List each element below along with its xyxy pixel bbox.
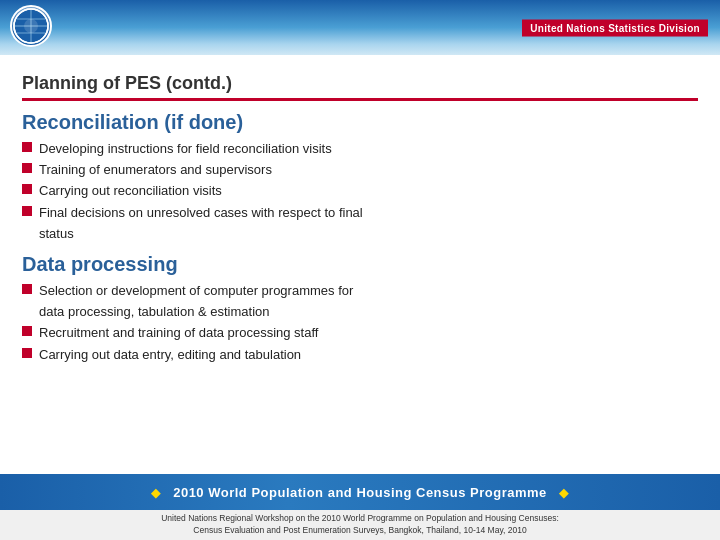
bottom-banner: ◆ 2010 World Population and Housing Cens… [0,474,720,510]
main-content: Planning of PES (contd.) Reconciliation … [0,55,720,382]
list-item-text: data processing, tabulation & estimation [39,303,270,321]
list-item: Final decisions on unresolved cases with… [22,204,698,222]
list-item-text: Selection or development of computer pro… [39,282,353,300]
un-logo-circle [10,5,52,47]
bullet-icon [22,163,32,173]
list-item: Recruitment and training of data process… [22,324,698,342]
footer-text: United Nations Regional Workshop on the … [161,513,559,537]
footer: United Nations Regional Workshop on the … [0,510,720,540]
red-divider [22,98,698,101]
bullet-icon [22,184,32,194]
list-item-text: Developing instructions for field reconc… [39,140,332,158]
list-item-text: Carrying out data entry, editing and tab… [39,346,301,364]
reconciliation-list: Developing instructions for field reconc… [22,140,698,243]
un-stats-division-label: United Nations Statistics Division [522,19,708,36]
bullet-icon [22,348,32,358]
dataprocessing-list: Selection or development of computer pro… [22,282,698,364]
bullet-icon [22,326,32,336]
section-dataprocessing-heading: Data processing [22,253,698,276]
list-item: Carrying out reconciliation visits [22,182,698,200]
list-item-continuation: data processing, tabulation & estimation [22,303,698,321]
list-item: Developing instructions for field reconc… [22,140,698,158]
svg-point-7 [24,19,38,33]
bullet-icon [22,142,32,152]
list-item: Training of enumerators and supervisors [22,161,698,179]
list-item: Carrying out data entry, editing and tab… [22,346,698,364]
bullet-icon [22,284,32,294]
section-reconciliation-heading: Reconciliation (if done) [22,111,698,134]
bottom-banner-title: ◆ 2010 World Population and Housing Cens… [151,485,568,500]
list-item: Selection or development of computer pro… [22,282,698,300]
un-logo [10,5,52,47]
page-title: Planning of PES (contd.) [22,73,698,94]
list-item-text: status [39,225,74,243]
top-banner: United Nations Statistics Division [0,0,720,55]
bullet-icon [22,206,32,216]
list-item-text: Carrying out reconciliation visits [39,182,222,200]
list-item-continuation: status [22,225,698,243]
list-item-text: Training of enumerators and supervisors [39,161,272,179]
list-item-text: Final decisions on unresolved cases with… [39,204,363,222]
list-item-text: Recruitment and training of data process… [39,324,318,342]
